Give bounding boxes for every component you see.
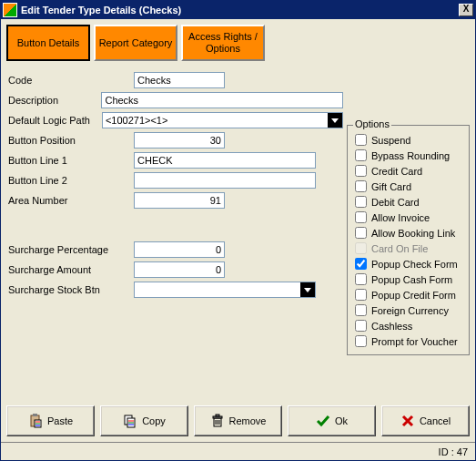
- paste-button[interactable]: Paste: [6, 405, 95, 436]
- ok-button[interactable]: Ok: [288, 405, 376, 436]
- option-row[interactable]: Foreign Currency: [355, 302, 461, 318]
- copy-label: Copy: [142, 415, 166, 426]
- surcharge-stock-btn-combo[interactable]: [134, 282, 316, 298]
- option-row[interactable]: Cashless: [355, 318, 461, 333]
- area-number-input[interactable]: [134, 192, 225, 209]
- options-group: Options SuspendBypass RoundingCredit Car…: [347, 125, 470, 355]
- option-label: Popup Check Form: [371, 259, 458, 270]
- label-area-number: Area Number: [6, 195, 134, 206]
- option-row[interactable]: Prompt for Voucher: [355, 333, 461, 349]
- remove-label: Remove: [229, 415, 267, 426]
- tab-access-rights[interactable]: Access Rights / Options: [181, 25, 265, 61]
- option-label: Debit Card: [371, 197, 420, 208]
- option-checkbox[interactable]: [355, 134, 367, 146]
- option-checkbox: [355, 242, 367, 254]
- label-button-line1: Button Line 1: [6, 155, 134, 166]
- label-button-line2: Button Line 2: [6, 175, 134, 186]
- option-row[interactable]: Debit Card: [355, 194, 461, 210]
- option-row[interactable]: Bypass Rounding: [355, 148, 461, 163]
- trash-icon: [210, 414, 225, 428]
- option-checkbox[interactable]: [355, 335, 367, 347]
- option-label: Cashless: [371, 321, 412, 332]
- surcharge-stock-btn-value: [135, 282, 300, 297]
- option-row[interactable]: Popup Check Form: [355, 256, 461, 271]
- option-label: Popup Cash Form: [371, 274, 452, 285]
- option-label: Prompt for Voucher: [371, 336, 458, 347]
- option-label: Popup Credit Form: [371, 290, 456, 301]
- code-input[interactable]: [134, 72, 225, 88]
- option-row[interactable]: Allow Booking Link: [355, 225, 461, 241]
- option-row: Card On File: [355, 241, 461, 256]
- label-surcharge-percentage: Surcharge Percentage: [6, 244, 134, 255]
- svg-rect-1: [33, 414, 37, 416]
- option-row[interactable]: Popup Credit Form: [355, 287, 461, 302]
- option-label: Allow Booking Link: [371, 228, 455, 239]
- svg-rect-16: [216, 415, 219, 416]
- copy-button[interactable]: Copy: [100, 405, 188, 436]
- option-checkbox[interactable]: [355, 320, 367, 332]
- option-checkbox[interactable]: [355, 304, 367, 316]
- label-code: Code: [6, 75, 134, 86]
- form-grid: Code Description Default Logic Path <100…: [6, 70, 343, 300]
- label-default-logic-path: Default Logic Path: [6, 115, 102, 126]
- cancel-button[interactable]: Cancel: [381, 405, 470, 436]
- option-label: Bypass Rounding: [371, 150, 450, 161]
- check-icon: [316, 414, 330, 428]
- option-label: Credit Card: [371, 166, 422, 177]
- client-area: Button Details Report Category Access Ri…: [1, 19, 475, 442]
- paste-icon: [28, 414, 43, 428]
- options-legend: Options: [353, 118, 391, 129]
- remove-button[interactable]: Remove: [194, 405, 282, 436]
- option-row[interactable]: Credit Card: [355, 163, 461, 179]
- surcharge-percentage-input[interactable]: [134, 241, 225, 258]
- app-icon: [3, 3, 17, 17]
- tab-button-details[interactable]: Button Details: [6, 25, 90, 61]
- x-icon: [400, 414, 415, 428]
- button-position-input[interactable]: [134, 132, 225, 149]
- default-logic-path-value: <100271><1>: [103, 113, 328, 128]
- label-surcharge-stock-btn: Surcharge Stock Btn: [6, 284, 134, 295]
- content: Code Description Default Logic Path <100…: [6, 70, 470, 400]
- copy-icon: [123, 414, 137, 428]
- tab-report-category[interactable]: Report Category: [94, 25, 177, 61]
- option-row[interactable]: Gift Card: [355, 179, 461, 194]
- paste-label: Paste: [47, 415, 73, 426]
- button-line1-input[interactable]: [134, 152, 316, 169]
- option-row[interactable]: Allow Invoice: [355, 210, 461, 225]
- option-label: Card On File: [371, 243, 428, 254]
- option-row[interactable]: Popup Cash Form: [355, 271, 461, 287]
- option-label: Gift Card: [371, 181, 411, 192]
- titlebar: Edit Tender Type Details (Checks) X: [1, 1, 475, 19]
- close-button[interactable]: X: [459, 4, 473, 16]
- option-checkbox[interactable]: [355, 289, 367, 301]
- label-description: Description: [6, 95, 101, 106]
- statusbar: ID : 47: [1, 442, 475, 460]
- option-checkbox[interactable]: [355, 196, 367, 208]
- label-button-position: Button Position: [6, 135, 134, 146]
- option-checkbox[interactable]: [355, 165, 367, 177]
- option-checkbox[interactable]: [355, 258, 367, 270]
- tab-bar: Button Details Report Category Access Ri…: [6, 25, 470, 61]
- option-row[interactable]: Suspend: [355, 132, 461, 148]
- option-label: Allow Invoice: [371, 212, 430, 223]
- option-checkbox[interactable]: [355, 227, 367, 239]
- window: Edit Tender Type Details (Checks) X Butt…: [0, 0, 476, 461]
- dropdown-icon[interactable]: [300, 282, 315, 297]
- surcharge-amount-input[interactable]: [134, 261, 225, 278]
- ok-label: Ok: [335, 415, 348, 426]
- option-checkbox[interactable]: [355, 211, 367, 223]
- option-checkbox[interactable]: [355, 149, 367, 161]
- button-row: Paste Copy Remove Ok Cancel: [6, 400, 470, 436]
- button-line2-input[interactable]: [134, 172, 316, 189]
- description-input[interactable]: [101, 92, 343, 108]
- option-label: Suspend: [371, 135, 410, 146]
- option-label: Foreign Currency: [371, 305, 449, 316]
- default-logic-path-combo[interactable]: <100271><1>: [102, 112, 343, 128]
- option-checkbox[interactable]: [355, 273, 367, 285]
- option-checkbox[interactable]: [355, 180, 367, 192]
- window-title: Edit Tender Type Details (Checks): [21, 5, 459, 15]
- dropdown-icon[interactable]: [328, 113, 342, 128]
- cancel-label: Cancel: [420, 415, 451, 426]
- label-surcharge-amount: Surcharge Amount: [6, 264, 134, 275]
- status-id: ID : 47: [439, 446, 468, 457]
